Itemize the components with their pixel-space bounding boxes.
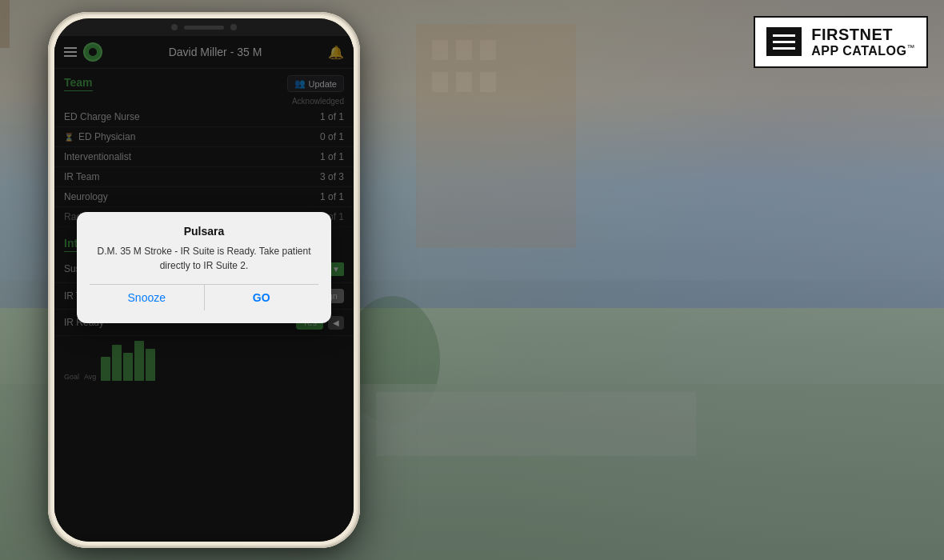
svg-rect-2 <box>432 40 448 60</box>
dialog-message: D.M. 35 M Stroke - IR Suite is Ready. Ta… <box>90 244 318 273</box>
svg-rect-6 <box>456 72 472 92</box>
svg-rect-7 <box>480 72 496 92</box>
pulsara-dialog: Pulsara D.M. 35 M Stroke - IR Suite is R… <box>77 212 331 323</box>
firstnet-title: FIRSTNET <box>811 26 915 43</box>
svg-rect-4 <box>480 40 496 60</box>
app-content: Team 👥 Update Acknowledged <box>54 69 354 534</box>
phone-top-bar <box>54 18 354 36</box>
svg-rect-5 <box>432 72 448 92</box>
dialog-overlay: Pulsara D.M. 35 M Stroke - IR Suite is R… <box>54 69 354 534</box>
firstnet-tm: ™ <box>907 43 916 52</box>
dialog-title: Pulsara <box>90 225 318 238</box>
hamburger-line-1 <box>773 34 795 37</box>
hamburger-line-2 <box>773 41 795 43</box>
firstnet-logo: FIRSTNET APP CATALOG™ <box>754 16 928 68</box>
hamburger-line-3 <box>773 47 795 50</box>
phone-bezel: David Miller - 35 M 🔔 Team 👥 Update <box>54 18 354 542</box>
svg-rect-11 <box>376 392 696 456</box>
firstnet-subtitle: APP CATALOG™ <box>811 43 915 58</box>
phone-device: David Miller - 35 M 🔔 Team 👥 Update <box>48 12 360 548</box>
svg-rect-3 <box>456 40 472 60</box>
firstnet-subtitle-text: APP CATALOG <box>811 44 906 58</box>
svg-rect-9 <box>0 0 10 48</box>
phone-dot <box>230 24 237 30</box>
phone-frame: David Miller - 35 M 🔔 Team 👥 Update <box>48 12 360 548</box>
phone-camera <box>171 24 178 30</box>
go-button[interactable]: GO <box>205 285 318 310</box>
snooze-button[interactable]: Snooze <box>90 285 204 310</box>
firstnet-menu-icon <box>766 27 802 56</box>
dialog-buttons: Snooze GO <box>90 284 318 310</box>
firstnet-text: FIRSTNET APP CATALOG™ <box>811 26 915 58</box>
phone-speaker <box>184 26 224 30</box>
phone-screen: David Miller - 35 M 🔔 Team 👥 Update <box>54 36 354 542</box>
